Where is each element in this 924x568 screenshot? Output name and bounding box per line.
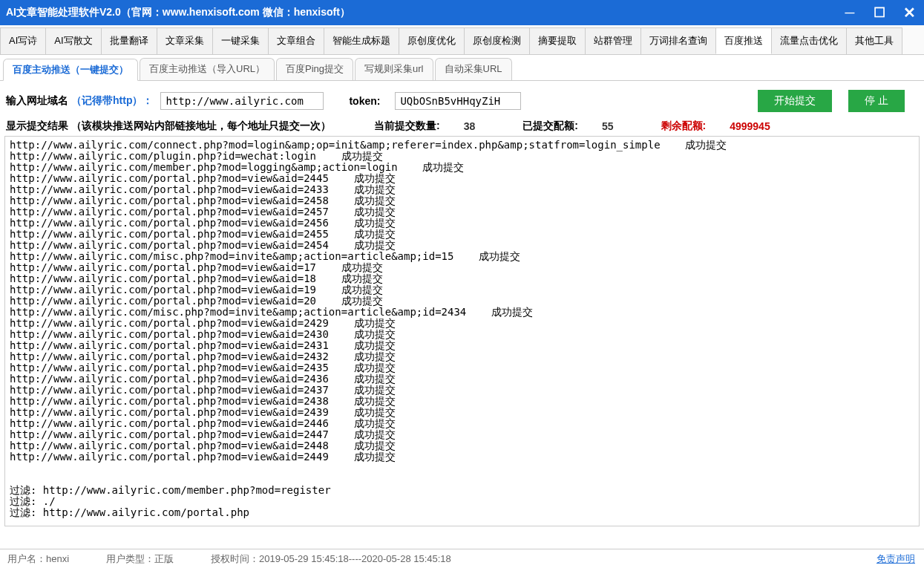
main-tab-5[interactable]: 文章组合 (268, 27, 324, 54)
log-output[interactable]: http://www.ailyric.com/connect.php?mod=l… (4, 136, 920, 526)
main-tab-1[interactable]: AI写散文 (45, 27, 101, 54)
main-tab-10[interactable]: 站群管理 (585, 27, 641, 54)
maximize-icon[interactable]: ☐ (865, 0, 894, 25)
main-tab-4[interactable]: 一键采集 (212, 27, 269, 54)
disclaimer-link[interactable]: 免责声明 (877, 552, 915, 566)
input-bar: 输入网址域名 （记得带http）： token: 开始提交 停 止 (0, 81, 924, 120)
main-tab-3[interactable]: 文章采集 (157, 27, 213, 54)
sub-tab-3[interactable]: 写规则采集url (355, 58, 433, 80)
sub-tab-bar: 百度主动推送（一键提交）百度主动推送（导入URL）百度Ping提交写规则采集ur… (0, 55, 924, 81)
user-value: henxi (46, 553, 69, 564)
main-tab-6[interactable]: 智能生成标题 (324, 27, 399, 54)
main-tab-0[interactable]: AI写诗 (0, 27, 46, 54)
type-label: 用户类型： (106, 553, 154, 564)
footer-bar: 用户名：henxi 用户类型：正版 授权时间：2019-05-29 15:45:… (0, 549, 924, 568)
done-count-value: 55 (602, 120, 614, 132)
remain-label: 剩余配额: (661, 120, 707, 133)
current-count-label: 当前提交数量: (374, 120, 440, 133)
url-input[interactable] (160, 92, 324, 110)
remain-value: 4999945 (730, 120, 770, 132)
sub-tab-1[interactable]: 百度主动推送（导入URL） (140, 58, 275, 80)
main-tab-11[interactable]: 万词排名查询 (640, 27, 716, 54)
main-tab-2[interactable]: 批量翻译 (101, 27, 157, 54)
result-status-bar: 显示提交结果 （该模块推送网站内部链接地址，每个地址只提交一次） 当前提交数量:… (0, 120, 924, 136)
done-count-label: 已提交配额: (522, 120, 578, 133)
main-tab-13[interactable]: 流量点击优化 (771, 27, 847, 54)
main-tab-14[interactable]: 其他工具 (846, 27, 902, 54)
auth-label: 授权时间： (211, 553, 259, 564)
main-tab-8[interactable]: 原创度检测 (464, 27, 530, 54)
title-bar: AI文章智能处理软件V2.0（官网：www.henxisoft.com 微信：h… (0, 0, 924, 25)
type-value: 正版 (154, 553, 174, 564)
main-tab-bar: AI写诗AI写散文批量翻译文章采集一键采集文章组合智能生成标题原创度优化原创度检… (0, 25, 924, 55)
main-tab-12[interactable]: 百度推送 (715, 27, 772, 54)
current-count-value: 38 (464, 120, 476, 132)
sub-tab-2[interactable]: 百度Ping提交 (276, 58, 353, 80)
url-label: 输入网址域名 (6, 94, 68, 108)
start-button[interactable]: 开始提交 (758, 90, 832, 112)
auth-value: 2019-05-29 15:45:18----2020-05-28 15:45:… (259, 553, 451, 564)
close-icon[interactable]: ✕ (894, 0, 924, 25)
stop-button[interactable]: 停 止 (848, 90, 905, 112)
result-label: 显示提交结果 (6, 120, 68, 133)
user-label: 用户名： (7, 553, 46, 564)
result-desc: （该模块推送网站内部链接地址，每个地址只提交一次） (71, 120, 331, 133)
sub-tab-4[interactable]: 自动采集URL (435, 58, 512, 80)
token-input[interactable] (395, 92, 521, 110)
token-label: token: (349, 95, 380, 107)
minimize-icon[interactable]: ─ (835, 0, 865, 25)
main-tab-7[interactable]: 原创度优化 (399, 27, 465, 54)
window-title: AI文章智能处理软件V2.0（官网：www.henxisoft.com 微信：h… (6, 6, 350, 19)
main-tab-9[interactable]: 摘要提取 (529, 27, 586, 54)
sub-tab-0[interactable]: 百度主动推送（一键提交） (3, 59, 138, 81)
url-hint: （记得带http）： (71, 94, 153, 108)
